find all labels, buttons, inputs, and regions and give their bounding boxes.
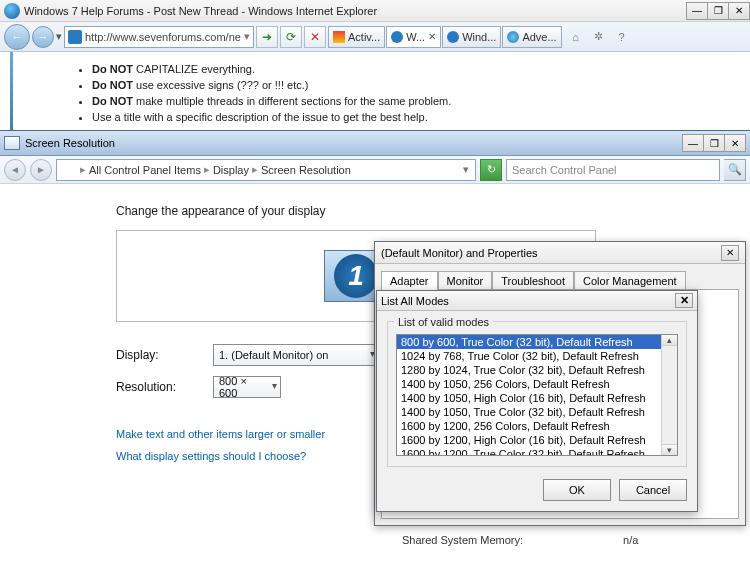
sr-maximize-button[interactable]: ❐ xyxy=(703,134,725,152)
resolution-value: 800 × 600 xyxy=(219,375,262,399)
refresh-button[interactable]: ↻ xyxy=(480,159,502,181)
sr-forward-button[interactable]: ► xyxy=(30,159,52,181)
tab-troubleshoot[interactable]: Troubleshoot xyxy=(492,271,574,290)
search-icon[interactable]: 🔍 xyxy=(724,159,746,181)
prop-titlebar[interactable]: (Default Monitor) and Properties ✕ xyxy=(375,242,745,264)
url-text: http://www.sevenforums.com/ne xyxy=(85,31,241,43)
lam-titlebar[interactable]: List All Modes ✕ xyxy=(377,291,697,311)
recent-dropdown-icon[interactable]: ▾ xyxy=(56,30,62,43)
chevron-right-icon: ▸ xyxy=(252,163,258,176)
shared-memory-label: Shared System Memory: xyxy=(402,534,523,546)
sr-minimize-button[interactable]: — xyxy=(682,134,704,152)
minimize-button[interactable]: — xyxy=(686,2,708,20)
ok-button[interactable]: OK xyxy=(543,479,611,501)
display-label: Display: xyxy=(116,348,213,362)
home-icon[interactable]: ⌂ xyxy=(567,28,585,46)
search-input[interactable]: Search Control Panel xyxy=(506,159,720,181)
breadcrumb[interactable]: ▸ All Control Panel Items ▸ Display ▸ Sc… xyxy=(56,159,476,181)
shared-memory-row: Shared System Memory: n/a xyxy=(402,534,638,546)
monitor-icon xyxy=(4,136,20,150)
help-item: Use a title with a specific description … xyxy=(92,110,451,126)
tab-w7-active[interactable]: W...✕ xyxy=(386,26,441,48)
tools-gear-icon[interactable]: ✲ xyxy=(590,28,608,46)
ie-titlebar: Windows 7 Help Forums - Post New Thread … xyxy=(0,0,750,22)
chevron-right-icon: ▸ xyxy=(204,163,210,176)
address-bar[interactable]: http://www.sevenforums.com/ne ▾ xyxy=(64,26,254,48)
valid-modes-legend: List of valid modes xyxy=(394,316,493,328)
list-item[interactable]: 1280 by 1024, True Color (32 bit), Defau… xyxy=(397,363,677,377)
breadcrumb-leaf[interactable]: Screen Resolution xyxy=(261,164,351,176)
list-all-modes-dialog: List All Modes ✕ List of valid modes 800… xyxy=(376,290,698,512)
sr-close-button[interactable]: ✕ xyxy=(724,134,746,152)
breadcrumb-mid[interactable]: Display xyxy=(213,164,249,176)
display-combobox[interactable]: 1. (Default Monitor) on xyxy=(213,344,379,366)
breadcrumb-root[interactable]: All Control Panel Items xyxy=(89,164,201,176)
help-item: Do NOT CAPITALIZE everything. xyxy=(92,62,451,78)
list-item[interactable]: 1600 by 1200, 256 Colors, Default Refres… xyxy=(397,419,677,433)
help-icon[interactable]: ? xyxy=(613,28,631,46)
tab-label: Adve... xyxy=(522,31,556,43)
stop-button[interactable]: ✕ xyxy=(304,26,326,48)
w7-icon xyxy=(447,31,459,43)
tab-label: Wind... xyxy=(462,31,496,43)
addr-dropdown-icon[interactable]: ▾ xyxy=(244,30,250,43)
ie-navbar: ← → ▾ http://www.sevenforums.com/ne ▾ ➜ … xyxy=(0,22,750,52)
close-button[interactable]: ✕ xyxy=(728,2,750,20)
modes-listbox[interactable]: 800 by 600, True Color (32 bit), Default… xyxy=(396,334,678,456)
sr-back-button[interactable]: ◄ xyxy=(4,159,26,181)
resolution-combobox[interactable]: 800 × 600 xyxy=(213,376,281,398)
valid-modes-group: List of valid modes 800 by 600, True Col… xyxy=(387,321,687,467)
prop-tabs: Adapter Monitor Troubleshoot Color Manag… xyxy=(375,264,745,289)
sr-navbar: ◄ ► ▸ All Control Panel Items ▸ Display … xyxy=(0,156,750,184)
tab-close-icon[interactable]: ✕ xyxy=(428,31,436,42)
display-value: 1. (Default Monitor) on xyxy=(219,349,328,361)
tab-strip: Activ... W...✕ Wind... Adve... xyxy=(328,26,562,48)
list-item[interactable]: 1024 by 768, True Color (32 bit), Defaul… xyxy=(397,349,677,363)
refresh-go-button[interactable]: ➜ xyxy=(256,26,278,48)
help-item: Do NOT make multiple threads in differen… xyxy=(92,94,451,110)
gmail-icon xyxy=(333,31,345,43)
monitor-number: 1 xyxy=(334,254,378,298)
page-heading: Change the appearance of your display xyxy=(116,204,750,218)
list-item[interactable]: 1400 by 1050, High Color (16 bit), Defau… xyxy=(397,391,677,405)
ie-favicon-icon xyxy=(507,31,519,43)
back-button[interactable]: ← xyxy=(4,24,30,50)
list-item[interactable]: 1400 by 1050, True Color (32 bit), Defau… xyxy=(397,405,677,419)
sr-title-text: Screen Resolution xyxy=(25,137,115,149)
prop-close-button[interactable]: ✕ xyxy=(721,245,739,261)
search-placeholder: Search Control Panel xyxy=(512,164,617,176)
ie-icon xyxy=(4,3,20,19)
w7-icon xyxy=(391,31,403,43)
lam-close-button[interactable]: ✕ xyxy=(675,293,693,308)
list-item[interactable]: 1400 by 1050, 256 Colors, Default Refres… xyxy=(397,377,677,391)
site-favicon-icon xyxy=(68,30,82,44)
list-item[interactable]: 1600 by 1200, High Color (16 bit), Defau… xyxy=(397,433,677,447)
monitor-icon xyxy=(63,164,77,176)
tab-adapter[interactable]: Adapter xyxy=(381,271,438,290)
list-item[interactable]: 1600 by 1200, True Color (32 bit), Defau… xyxy=(397,447,677,456)
list-item[interactable]: 800 by 600, True Color (32 bit), Default… xyxy=(397,335,677,349)
tab-wind[interactable]: Wind... xyxy=(442,26,501,48)
scrollbar[interactable] xyxy=(661,335,677,455)
cancel-button[interactable]: Cancel xyxy=(619,479,687,501)
tab-monitor[interactable]: Monitor xyxy=(438,271,493,290)
tab-color-management[interactable]: Color Management xyxy=(574,271,686,290)
shared-memory-value: n/a xyxy=(623,534,638,546)
page-accent xyxy=(10,52,13,132)
tab-label: W... xyxy=(406,31,425,43)
help-item: Do NOT use excessive signs (??? or !!! e… xyxy=(92,78,451,94)
lam-title-text: List All Modes xyxy=(381,295,449,307)
forward-button[interactable]: → xyxy=(32,26,54,48)
tab-adve[interactable]: Adve... xyxy=(502,26,561,48)
breadcrumb-dropdown-icon[interactable]: ▾ xyxy=(463,163,469,176)
refresh-button[interactable]: ⟳ xyxy=(280,26,302,48)
resolution-label: Resolution: xyxy=(116,380,213,394)
tab-label: Activ... xyxy=(348,31,380,43)
prop-title-text: (Default Monitor) and Properties xyxy=(381,247,538,259)
sr-titlebar: Screen Resolution — ❐ ✕ xyxy=(0,131,750,156)
maximize-button[interactable]: ❐ xyxy=(707,2,729,20)
window-title: Windows 7 Help Forums - Post New Thread … xyxy=(24,5,377,17)
chevron-right-icon: ▸ xyxy=(80,163,86,176)
tab-gmail[interactable]: Activ... xyxy=(328,26,385,48)
